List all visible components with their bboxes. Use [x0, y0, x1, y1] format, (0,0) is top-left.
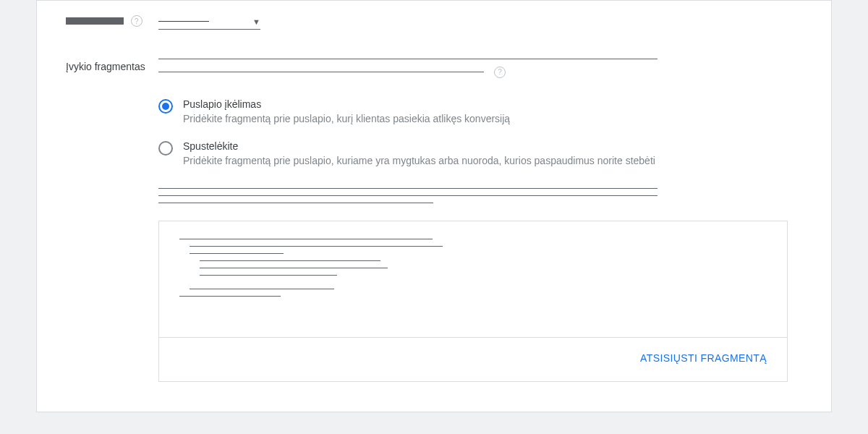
code-line	[200, 260, 380, 261]
code-line	[190, 289, 334, 289]
event-snippet-row: Įvykio fragmentas ? Puslapio įkėlimas	[66, 59, 788, 382]
code-line	[190, 246, 443, 247]
select-value-redacted	[158, 21, 209, 22]
field-label: ?	[66, 12, 158, 27]
code-line	[200, 275, 337, 276]
radio-desc: Pridėkite fragmentą prie puslapio, kurį …	[183, 113, 510, 124]
radio-indicator	[158, 141, 173, 156]
help-icon[interactable]: ?	[131, 15, 142, 27]
section-content: ? Puslapio įkėlimas Pridėkite fragmentą …	[158, 59, 788, 382]
radio-title: Puslapio įkėlimas	[183, 98, 510, 110]
redacted-line	[158, 203, 433, 203]
code-snippet-box: ATSISIŲSTI FRAGMENTĄ	[158, 221, 788, 382]
code-line	[179, 239, 433, 239]
code-content[interactable]	[179, 239, 767, 326]
field-content: ▼	[158, 12, 788, 30]
trigger-radio-group: Puslapio įkėlimas Pridėkite fragmentą pr…	[158, 98, 788, 166]
radio-desc: Pridėkite fragmentą prie puslapio, kuria…	[183, 155, 655, 166]
radio-text: Puslapio įkėlimas Pridėkite fragmentą pr…	[183, 98, 510, 124]
radio-click[interactable]: Spustelėkite Pridėkite fragmentą prie pu…	[158, 140, 788, 166]
code-line	[200, 268, 388, 268]
value-select[interactable]: ▼	[158, 17, 260, 30]
redacted-line	[158, 59, 658, 59]
instruction-text	[158, 188, 788, 203]
section-label-text: Įvykio fragmentas	[66, 61, 145, 72]
code-line	[179, 296, 281, 297]
conversion-value-row: ? ▼	[66, 12, 788, 30]
redacted-line	[158, 195, 658, 196]
download-snippet-button[interactable]: ATSISIŲSTI FRAGMENTĄ	[634, 348, 773, 368]
radio-title: Spustelėkite	[183, 140, 655, 152]
redacted-line	[158, 188, 658, 189]
redacted-line	[158, 72, 484, 72]
page-wrap: ? ▼ Įvykio fragmentas ?	[0, 0, 868, 434]
code-line	[190, 253, 284, 254]
help-icon[interactable]: ?	[494, 67, 506, 78]
chevron-down-icon: ▼	[252, 17, 260, 26]
redacted-label	[66, 17, 124, 25]
intro-text: ?	[158, 59, 788, 78]
radio-indicator-selected	[158, 99, 173, 114]
section-label: Įvykio fragmentas	[66, 59, 158, 74]
radio-page-load[interactable]: Puslapio įkėlimas Pridėkite fragmentą pr…	[158, 98, 788, 124]
code-actions: ATSISIŲSTI FRAGMENTĄ	[159, 337, 787, 371]
radio-text: Spustelėkite Pridėkite fragmentą prie pu…	[183, 140, 655, 166]
settings-card: ? ▼ Įvykio fragmentas ?	[36, 0, 832, 412]
